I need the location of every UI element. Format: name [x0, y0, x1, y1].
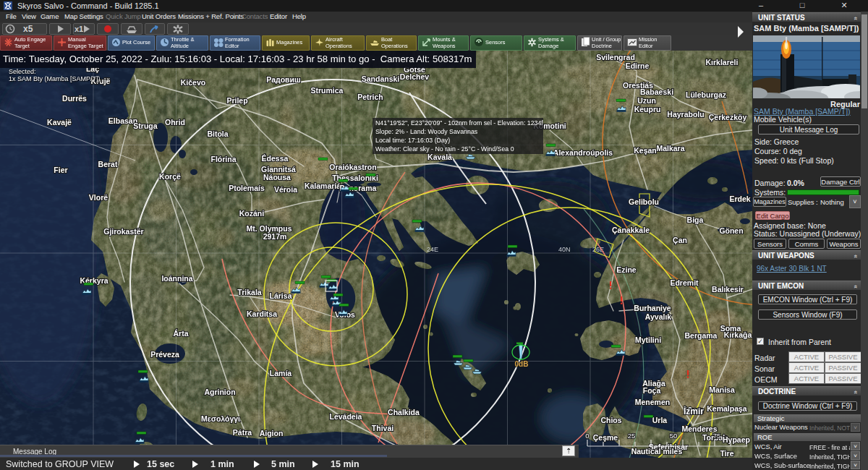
svg-text:Lamía: Lamía	[270, 369, 292, 377]
svg-text:Vlorë: Vlorë	[89, 193, 108, 202]
svg-text:Urla: Urla	[652, 416, 668, 424]
svg-text:Karditsa: Karditsa	[247, 309, 277, 318]
svg-text:Ohrid: Ohrid	[165, 118, 185, 127]
svg-text:0: 0	[585, 432, 589, 440]
svg-text:Kırklareli: Kırklareli	[706, 58, 739, 67]
svg-text:Prilep: Prilep	[226, 96, 247, 105]
svg-text:Manisa: Manisa	[709, 385, 735, 394]
svg-text:Burhaniye: Burhaniye	[634, 304, 671, 312]
svg-text:Delchev: Delchev	[400, 72, 429, 81]
svg-text:Gjirokastër: Gjirokastër	[103, 227, 143, 236]
svg-text:Biga: Biga	[687, 215, 704, 224]
svg-text:Aigion: Aigion	[260, 429, 284, 437]
svg-text:Bitola: Bitola	[207, 129, 228, 138]
svg-text:Keupru: Keupru	[634, 105, 661, 114]
svg-text:Préveza: Préveza	[150, 350, 179, 359]
svg-text:Kavajë: Kavajë	[47, 118, 72, 127]
svg-text:Kırkağa: Kırkağa	[724, 330, 752, 339]
svg-text:Struga: Struga	[133, 121, 157, 130]
svg-text:24E: 24E	[427, 246, 438, 253]
svg-text:Sandanski: Sandanski	[362, 74, 400, 83]
svg-text:Durrës: Durrës	[62, 94, 87, 103]
svg-text:50: 50	[670, 432, 678, 440]
svg-text:Çan: Çan	[673, 236, 687, 244]
svg-text:2917m: 2917m	[263, 232, 287, 241]
svg-text:Hypaep: Hypaep	[723, 435, 750, 444]
svg-text:Levádeia: Levádeia	[330, 412, 362, 421]
svg-text:Erdek: Erdek	[729, 195, 750, 203]
svg-text:40N: 40N	[558, 246, 571, 253]
svg-text:Bergama: Bergama	[685, 331, 718, 340]
svg-text:İzmir: İzmir	[684, 406, 704, 416]
svg-text:Lüleburgaz: Lüleburgaz	[686, 90, 726, 99]
svg-text:Çerkezköy: Çerkezköy	[709, 113, 747, 121]
svg-text:Árta: Árta	[173, 329, 188, 338]
svg-text:Ezine: Ezine	[616, 265, 637, 274]
svg-text:Uzun: Uzun	[637, 96, 656, 105]
svg-text:Véroia: Véroia	[274, 185, 297, 194]
svg-text:x5: x5	[23, 24, 33, 34]
svg-text:Tire: Tire	[720, 449, 733, 458]
svg-text:Menemen: Menemen	[635, 398, 670, 406]
svg-text:Trikala: Trikala	[237, 288, 261, 296]
svg-text:Pátra: Pátra	[233, 428, 252, 437]
svg-text:Edirne: Edirne	[626, 61, 650, 70]
svg-text:Edremit: Edremit	[670, 278, 699, 287]
svg-text:Alexandroúpolis: Alexandroúpolis	[553, 148, 613, 157]
svg-text:Kozáni: Kozáni	[239, 209, 265, 218]
svg-text:Hayrabolu: Hayrabolu	[667, 110, 704, 119]
svg-text:Foça: Foça	[643, 386, 661, 395]
svg-text:Mytilini: Mytilini	[635, 336, 661, 344]
svg-text:Nautical miles: Nautical miles	[631, 447, 683, 456]
svg-text:Çeşme: Çeşme	[593, 433, 618, 442]
svg-text:Ioánnina: Ioánnina	[161, 274, 192, 283]
svg-text:Malkara: Malkara	[656, 144, 684, 153]
svg-text:Strumica: Strumica	[311, 86, 344, 95]
svg-text:26E: 26E	[592, 246, 604, 253]
svg-text:Oraiókastron: Oraiókastron	[329, 163, 376, 171]
svg-text:Flórina: Flórina	[210, 155, 236, 163]
svg-text:Korçë: Korçë	[159, 172, 181, 181]
svg-text:Kičevo: Kičevo	[181, 78, 205, 87]
svg-text:Petrich: Petrich	[357, 93, 383, 101]
svg-text:Çanakkale: Çanakkale	[612, 226, 650, 234]
svg-text:0dB: 0dB	[515, 360, 529, 368]
svg-text:Édessa: Édessa	[262, 154, 289, 163]
svg-text:x1: x1	[75, 25, 83, 33]
svg-text:Svilengrad: Svilengrad	[596, 53, 635, 61]
svg-text:Chalkida: Chalkida	[388, 408, 420, 416]
svg-text:Menderes: Menderes	[681, 424, 717, 433]
svg-text:Μεσολόγγι: Μεσολόγγι	[201, 414, 240, 423]
svg-text:Keşan: Keşan	[634, 146, 657, 155]
svg-text:Lárisa: Lárisa	[270, 291, 292, 300]
svg-text:Ptolemaís: Ptolemaís	[229, 184, 265, 192]
svg-text:Balıkesir: Balıkesir	[712, 285, 744, 294]
svg-text:Babaeski: Babaeski	[640, 87, 673, 96]
svg-text:Chios: Chios	[600, 416, 621, 424]
svg-text:Agrinion: Agrinion	[204, 388, 235, 396]
svg-text:25: 25	[628, 432, 636, 440]
svg-text:75: 75	[713, 432, 721, 440]
svg-text:Gönen: Gönen	[719, 226, 743, 235]
svg-text:Náousa: Náousa	[263, 173, 291, 181]
svg-text:Thivai: Thivai	[372, 424, 393, 432]
svg-text:Радовиш: Радовиш	[266, 75, 300, 84]
svg-text:Ayvalık: Ayvalık	[645, 312, 672, 321]
svg-text:Gelibolu: Gelibolu	[629, 197, 659, 206]
svg-text:Kalamariá: Kalamariá	[305, 181, 341, 190]
svg-text:Berat: Berat	[98, 160, 118, 168]
svg-text:Fier: Fier	[54, 166, 67, 174]
svg-text:Kemalpaşa: Kemalpaşa	[707, 404, 747, 413]
